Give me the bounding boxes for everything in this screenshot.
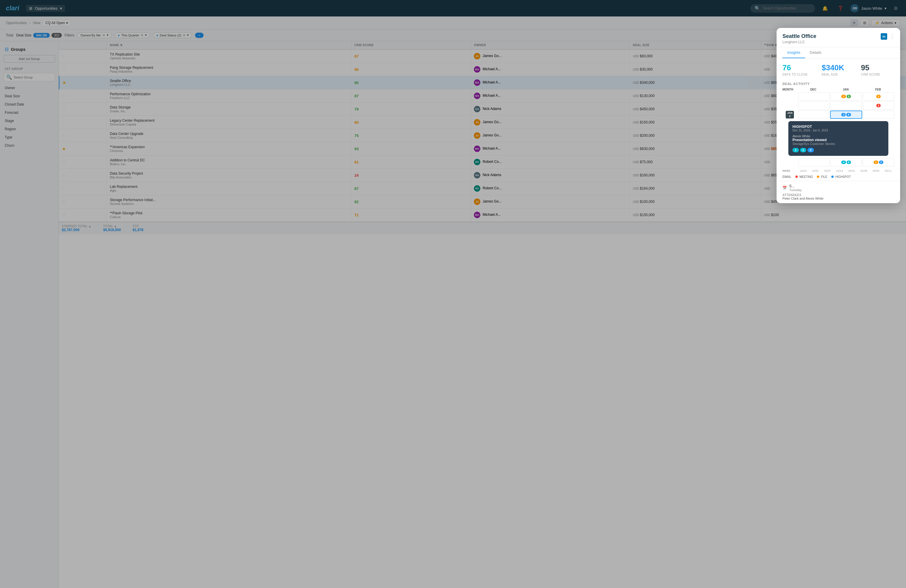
- star-cell[interactable]: ☆: [59, 129, 107, 142]
- star-cell[interactable]: ☆: [59, 195, 107, 209]
- star-icon[interactable]: ☆: [62, 94, 66, 98]
- star-icon[interactable]: ☆: [62, 173, 66, 178]
- star-cell[interactable]: ☆: [59, 169, 107, 182]
- view-select[interactable]: CQ All Open ▾: [43, 20, 70, 26]
- popup-more-icon[interactable]: ⋮: [890, 33, 895, 40]
- nav-app-selector[interactable]: ⊞ Opportunities ▾: [26, 5, 65, 12]
- sidebar-item-type[interactable]: Type: [0, 133, 59, 142]
- star-cell[interactable]: ☆: [59, 49, 107, 63]
- name-cell[interactable]: **Flash Storage Pilot Culicue: [107, 209, 351, 221]
- add-group-button[interactable]: Add 1st Group: [3, 55, 55, 63]
- table-view-toggle[interactable]: ≡: [850, 19, 858, 27]
- star-icon[interactable]: ☆: [62, 54, 66, 59]
- cal-row-1: 2 3 3: [782, 92, 894, 100]
- notifications-icon[interactable]: 🔔: [820, 5, 830, 12]
- star-cell[interactable]: ☆: [59, 209, 107, 221]
- star-cell[interactable]: ☆: [59, 182, 107, 195]
- card-view-toggle[interactable]: ⊞: [860, 19, 869, 27]
- star-icon[interactable]: ☆: [62, 133, 66, 138]
- help-icon[interactable]: ❓: [835, 5, 846, 12]
- star-icon[interactable]: ★: [62, 80, 66, 85]
- name-cell[interactable]: Storage Performance Initiat... Sonora Sy…: [107, 195, 351, 209]
- actions-button[interactable]: ⚡ Actions ▾: [871, 19, 900, 27]
- add-filter-button[interactable]: +: [195, 33, 203, 38]
- remove-chip-status[interactable]: ✕: [183, 33, 186, 37]
- tab-details[interactable]: Details: [805, 47, 826, 58]
- user-menu[interactable]: JW Jason White ▾: [850, 4, 887, 12]
- table-footer: STARRED TOTAL ▲ $2,787,000 TOTAL ▲ $6,91…: [59, 221, 906, 234]
- pill: 3: [879, 161, 883, 164]
- cal-cell-active[interactable]: 3 8: [830, 110, 862, 119]
- star-cell[interactable]: ☆: [59, 89, 107, 103]
- name-cell[interactable]: Lab Replacement Agio: [107, 182, 351, 195]
- breadcrumb-root[interactable]: Opportunities: [6, 21, 27, 25]
- star-cell[interactable]: ☆: [59, 156, 107, 169]
- filter-chip-quarter[interactable]: ● This Quarter ✕ ▾: [115, 32, 150, 38]
- filter-chip-owned[interactable]: Owned By Me ✕ ▾: [77, 32, 112, 38]
- name-cell[interactable]: Data Center Upgrade Nest Consulting: [107, 129, 351, 142]
- sidebar-item-closed-date[interactable]: Closed Date: [0, 100, 59, 108]
- linkedin-icon[interactable]: in: [881, 33, 887, 40]
- star-icon[interactable]: ☆: [62, 107, 66, 112]
- deal-cell: USD $200,000: [630, 129, 761, 142]
- amount-badge[interactable]: $40.3M: [33, 33, 50, 38]
- count-badge[interactable]: 302: [51, 33, 62, 38]
- col-deal-size[interactable]: DEAL SIZE: [630, 41, 761, 49]
- search-input[interactable]: [763, 6, 810, 10]
- name-cell[interactable]: Performance Optimization Freeform LLC: [107, 89, 351, 103]
- sidebar-item-owner[interactable]: Owner: [0, 84, 59, 92]
- breadcrumb-view[interactable]: View: [33, 21, 40, 25]
- sidebar-item-deal-size[interactable]: Deal Size: [0, 92, 59, 100]
- name-cell[interactable]: Pang Storage Replacement Pang Industries: [107, 63, 351, 76]
- group-search[interactable]: 🔍: [3, 73, 55, 81]
- col-owner[interactable]: OWNER: [471, 41, 630, 49]
- table-row[interactable]: ☆ **Flash Storage Pilot Culicue 71 MA Mi…: [59, 209, 906, 221]
- sidebar-item-region[interactable]: Region: [0, 125, 59, 133]
- user-settings-icon[interactable]: ⚙: [891, 5, 900, 12]
- star-cell[interactable]: ☆: [59, 63, 107, 76]
- tab-insights[interactable]: Insights: [782, 47, 805, 58]
- star-icon[interactable]: ☆: [62, 186, 66, 191]
- star-cell[interactable]: ★: [59, 76, 107, 89]
- chip-dropdown-arrow2: ▾: [145, 33, 147, 37]
- filter-chip-status[interactable]: ● Deal Status (2) ✕ ▾: [153, 32, 192, 38]
- star-icon[interactable]: ☆: [62, 199, 66, 204]
- sidebar-item-stage[interactable]: Stage: [0, 117, 59, 125]
- remove-chip-quarter[interactable]: ✕: [140, 33, 144, 37]
- week-label-header: WEEK: [782, 169, 797, 172]
- starred-total-value: $2,787,000: [62, 228, 91, 232]
- lightning-icon: ⚡: [875, 21, 879, 25]
- name-cell[interactable]: Seattle Office Longhorn LLC: [107, 76, 351, 89]
- remove-chip-owned[interactable]: ✕: [102, 33, 105, 37]
- star-cell[interactable]: ☆: [59, 116, 107, 129]
- star-cell[interactable]: ★: [59, 142, 107, 156]
- cal-cell: [798, 92, 829, 100]
- sidebar-item-churn[interactable]: Churn: [0, 142, 59, 150]
- cal-cell: [863, 110, 894, 119]
- star-icon[interactable]: ☆: [62, 213, 66, 217]
- name-cell[interactable]: Data Storage Grade, Inc.: [107, 103, 351, 116]
- owner-name: James Go...: [483, 199, 502, 204]
- opp-name: Addition to Central DC: [110, 158, 348, 162]
- star-icon[interactable]: ☆: [62, 120, 66, 125]
- week-date: 02/04: [873, 169, 879, 172]
- search-bar[interactable]: 🔍: [750, 4, 815, 13]
- name-cell[interactable]: Addition to Central DC Bolero, Inc.: [107, 156, 351, 169]
- name-cell[interactable]: TX Replication Site Ophelia Networks: [107, 49, 351, 63]
- sidebar-item-forecast[interactable]: Forecast: [0, 108, 59, 117]
- star-cell[interactable]: ☆: [59, 103, 107, 116]
- group-search-input[interactable]: [14, 76, 53, 79]
- name-cell[interactable]: **Americas Expansion Chromos: [107, 142, 351, 156]
- col-crm[interactable]: CRM SCORE: [351, 41, 471, 49]
- star-icon[interactable]: ☆: [62, 67, 66, 72]
- name-cell[interactable]: Legacy Center Replacement Dimension Capi…: [107, 116, 351, 129]
- chip-dropdown-arrow3: ▾: [187, 33, 189, 37]
- star-icon[interactable]: ☆: [62, 159, 66, 164]
- tooltip-pill: 1: [793, 148, 799, 152]
- col-name[interactable]: NAME ⇅: [107, 41, 351, 49]
- name-cell[interactable]: Data Security Project Blip Associates: [107, 169, 351, 182]
- meeting-dot: [795, 175, 798, 178]
- star-icon[interactable]: ★: [62, 147, 66, 151]
- cal-row-with-tooltip: JAN2 3 8 HIGHSPOT Dec 31, 2018 - Jan 6, …: [782, 110, 894, 156]
- total-value: $6,918,000: [103, 228, 121, 232]
